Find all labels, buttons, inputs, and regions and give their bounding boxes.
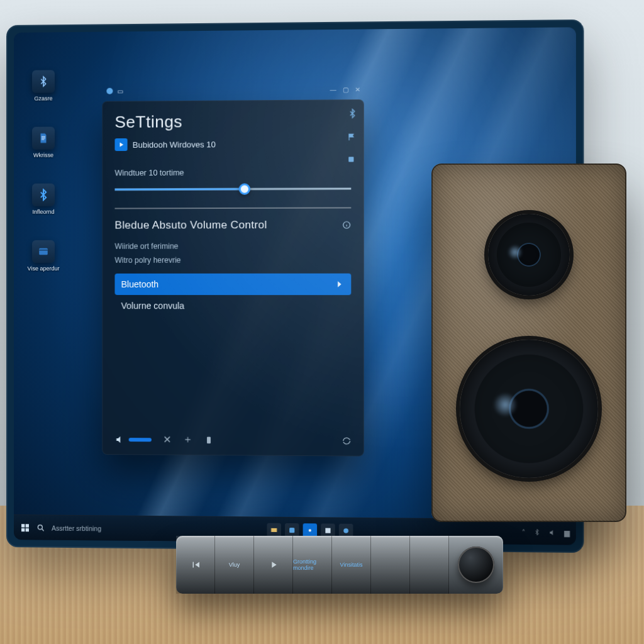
- pin-icon[interactable]: [347, 155, 357, 163]
- dock-seg-narrow[interactable]: [371, 536, 410, 594]
- desktop-icon-media[interactable]: Vise aperdur: [23, 240, 64, 272]
- svg-rect-10: [26, 524, 29, 527]
- svg-rect-8: [207, 436, 211, 443]
- svg-point-15: [309, 529, 311, 531]
- svg-rect-11: [21, 528, 25, 531]
- add-icon[interactable]: ＋: [182, 433, 192, 447]
- dock-label-3[interactable]: Vinsitatis: [332, 536, 371, 594]
- desktop-icon-document[interactable]: Wkrisse: [23, 126, 64, 158]
- panel-title: SeTtings: [114, 111, 351, 132]
- taskbar-app-1[interactable]: [267, 523, 280, 536]
- desktop-icon-label: Infleornd: [32, 209, 54, 215]
- taskbar-search-hint[interactable]: Assrtter srbtining: [52, 524, 101, 532]
- svg-rect-3: [39, 248, 48, 255]
- list-item-label: Bluetooth: [121, 279, 159, 289]
- taskbar-app-2[interactable]: [285, 523, 299, 536]
- desktop-icon-label: Wkrisse: [33, 152, 53, 158]
- slider-fill: [114, 188, 244, 191]
- dock-play-button[interactable]: [254, 536, 293, 594]
- start-button[interactable]: [20, 523, 30, 533]
- slider-thumb[interactable]: [238, 184, 250, 195]
- bluetooth-icon: [32, 70, 55, 92]
- panel-titlebar: ▭ — ▢ ✕: [102, 82, 364, 99]
- titlebar-app-icon: [106, 87, 113, 95]
- section-title-text: Bledue Absuto Volume Control: [114, 219, 267, 232]
- volume-slider[interactable]: [114, 182, 351, 197]
- svg-rect-0: [42, 136, 45, 137]
- tray-bluetooth-icon[interactable]: [533, 529, 540, 536]
- speaker-woofer: [460, 340, 598, 478]
- dock-seg-narrow-2[interactable]: [410, 536, 449, 594]
- svg-point-13: [38, 525, 42, 529]
- dock-volume-knob[interactable]: [458, 547, 494, 583]
- svg-rect-2: [42, 139, 45, 140]
- svg-rect-9: [21, 524, 25, 527]
- info-icon[interactable]: [342, 221, 351, 230]
- list-item-label: Volurne convula: [121, 301, 185, 311]
- close-icon[interactable]: ✕: [163, 433, 171, 445]
- taskbar-app-settings[interactable]: [303, 523, 316, 537]
- settings-panel: ▭ — ▢ ✕ SeTtings: [102, 99, 364, 457]
- svg-rect-5: [349, 134, 350, 141]
- panel-footer: ✕ ＋: [114, 426, 351, 447]
- dock-prev-button[interactable]: [176, 536, 215, 594]
- svg-rect-14: [289, 528, 294, 533]
- media-icon: [32, 240, 55, 263]
- section-sub-1: Wiiride ort ferimine: [114, 242, 351, 251]
- flag-icon[interactable]: [347, 133, 357, 142]
- close-button[interactable]: ✕: [355, 86, 360, 92]
- divider: [114, 207, 351, 209]
- svg-point-4: [106, 88, 113, 94]
- search-icon[interactable]: [36, 523, 45, 532]
- breadcrumb[interactable]: Bubidooh Wirdoves 10: [114, 137, 351, 151]
- titlebar-tab-icon: ▭: [117, 87, 123, 94]
- dock-label-2[interactable]: Grontting mondire: [293, 536, 332, 594]
- tray-chevron-icon[interactable]: ˄: [522, 528, 526, 536]
- setting-label: Windtuer 10 tortime: [114, 168, 351, 178]
- dock-label-1[interactable]: Vluy: [215, 536, 254, 594]
- tray-network-icon[interactable]: ▆: [564, 528, 569, 536]
- svg-rect-1: [42, 138, 45, 138]
- settings-list: Bluetooth Volurne convula: [114, 274, 351, 317]
- device-icon[interactable]: [204, 435, 213, 444]
- section-sub-2: Witro polry herevrie: [114, 255, 351, 264]
- dock-text: Vluy: [229, 562, 240, 568]
- audio-dock: Vluy Grontting mondire Vinsitatis: [176, 536, 503, 594]
- svg-point-16: [343, 528, 348, 533]
- chevron-right-icon: [335, 279, 345, 289]
- svg-rect-6: [348, 157, 353, 162]
- mini-volume[interactable]: [114, 434, 151, 444]
- speaker-tweeter: [488, 214, 570, 296]
- panel-side-icons: [347, 108, 357, 163]
- desktop-icons-column: Gzasre Wkrisse Infleornd Vise aperdur: [23, 70, 64, 272]
- desktop-icon-label: Vise aperdur: [28, 265, 60, 272]
- maximize-button[interactable]: ▢: [343, 86, 348, 92]
- dock-text: Grontting mondire: [293, 558, 331, 571]
- list-item-bluetooth[interactable]: Bluetooth: [114, 274, 351, 295]
- svg-rect-12: [26, 528, 29, 531]
- tray-volume-icon[interactable]: [548, 528, 556, 536]
- breadcrumb-label: Bubidooh Wirdoves 10: [133, 140, 216, 150]
- section-title: Bledue Absuto Volume Control: [114, 219, 351, 232]
- minimize-button[interactable]: —: [330, 86, 336, 93]
- desktop-icon-bluetooth-2[interactable]: Infleornd: [23, 184, 64, 215]
- mini-volume-bar: [129, 438, 152, 441]
- bluetooth-icon[interactable]: [347, 108, 357, 118]
- bluetooth-speaker: [431, 164, 626, 522]
- speaker-icon: [114, 434, 125, 444]
- list-item-volume[interactable]: Volurne convula: [114, 295, 351, 317]
- refresh-icon[interactable]: [342, 436, 351, 445]
- play-icon: [114, 138, 127, 151]
- document-icon: [32, 127, 55, 150]
- desktop-icon-label: Gzasre: [34, 95, 52, 101]
- desktop-icon-bluetooth[interactable]: Gzasre: [23, 70, 64, 102]
- bluetooth-icon: [32, 184, 55, 206]
- dock-text: Vinsitatis: [340, 562, 363, 568]
